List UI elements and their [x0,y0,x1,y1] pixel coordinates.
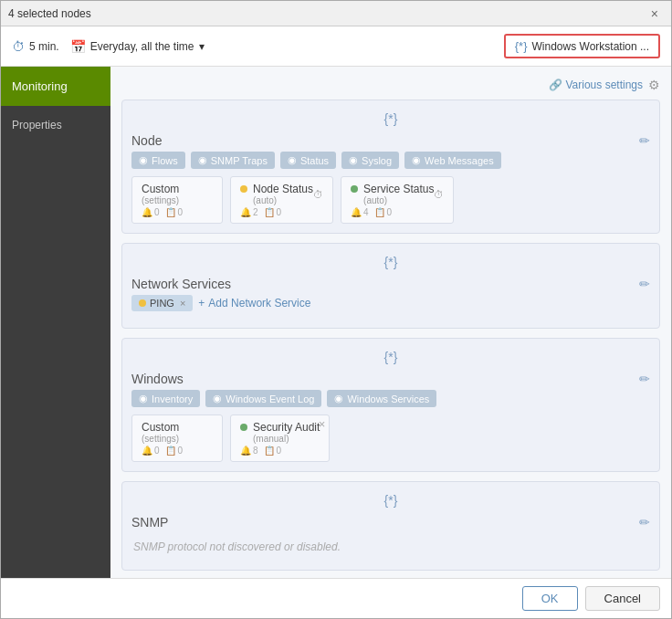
section-snmp: {*} SNMP ✏ SNMP protocol not discovered … [121,481,660,571]
tag-win-services-label: Windows Services [347,393,429,404]
tag-win-services[interactable]: ◉ Windows Services [327,390,436,407]
tag-event-log-label: Windows Event Log [226,393,314,404]
section-snmp-icon: {*} [384,493,398,508]
service-status-box[interactable]: Service Status (auto) ⏱ 🔔 4 [341,176,454,224]
tag-syslog-icon: ◉ [349,154,358,166]
section-snmp-edit-button[interactable]: ✏ [639,515,650,530]
tag-status-label: Status [300,155,329,166]
tag-inventory-label: Inventory [152,393,193,404]
service-status-title: Service Status [363,183,434,195]
content-area: 🔗 Various settings ⚙ {*} Node ✏ ◉ Flows [110,67,671,578]
node-custom-counters: 🔔 0 📋 0 [142,207,213,217]
sidebar: Monitoring Properties [1,67,110,578]
security-counter-list: 📋 0 [264,446,282,456]
sidebar-monitoring-label: Monitoring [12,79,68,93]
section-network-icon: {*} [384,255,398,269]
tag-status[interactable]: ◉ Status [280,152,336,169]
service-status-counters: 🔔 4 📋 0 [351,207,444,217]
node-custom-sub: (settings) [142,195,213,205]
section-windows-top: {*} [131,350,650,364]
section-node-header: Node ✏ [131,133,650,148]
tag-syslog[interactable]: ◉ Syslog [341,152,399,169]
section-windows-title: Windows [131,372,184,386]
tag-ping[interactable]: PING × [131,295,193,311]
ping-close-icon[interactable]: × [180,298,185,309]
section-network-top: {*} [131,255,650,269]
security-audit-dot-row: Security Audit (manual) [240,421,320,444]
schedule-label: Everyday, all the time [90,40,194,53]
bell-icon5: 🔔 [240,446,251,456]
node-status-timing-icon: ⏱ [313,189,323,200]
close-button[interactable]: × [646,5,664,23]
bell-icon2: 🔔 [240,207,251,217]
schedule-dropdown-icon: ▾ [199,40,205,53]
tag-web-messages[interactable]: ◉ Web Messages [404,152,501,169]
tag-syslog-label: Syslog [362,155,392,166]
section-network-header: Network Services ✏ [131,277,650,291]
node-status-box[interactable]: Node Status (auto) ⏱ 🔔 2 [230,176,333,224]
footer: OK Cancel [1,578,671,618]
tag-flows-label: Flows [152,155,178,166]
section-node-edit-button[interactable]: ✏ [639,133,650,148]
ok-button[interactable]: OK [522,586,578,611]
tag-event-log[interactable]: ◉ Windows Event Log [205,390,321,407]
various-settings-link[interactable]: 🔗 Various settings [549,79,644,91]
section-snmp-top: {*} [131,493,650,508]
timer-icon: ⏱ [12,39,25,54]
sidebar-item-monitoring[interactable]: Monitoring [1,67,110,106]
service-status-header: Service Status (auto) ⏱ [351,183,444,205]
security-audit-dot [240,424,247,431]
section-windows: {*} Windows ✏ ◉ Inventory ◉ Windows Even… [121,338,660,472]
tag-web-label: Web Messages [425,155,494,166]
various-settings-label: Various settings [566,79,644,91]
windows-custom-title: Custom [142,421,213,434]
timer-item[interactable]: ⏱ 5 min. [12,39,59,54]
node-custom-box[interactable]: Custom (settings) 🔔 0 📋 0 [131,176,223,224]
cancel-button[interactable]: Cancel [585,586,660,611]
windows-custom-box[interactable]: Custom (settings) 🔔 0 📋 0 [131,414,223,462]
windows-custom-counters: 🔔 0 📋 0 [142,446,213,456]
bell-icon: 🔔 [142,207,152,217]
win-custom-counter-bell: 🔔 0 [142,446,160,456]
section-windows-header: Windows ✏ [131,372,650,386]
service-status-sub: (auto) [363,195,434,205]
toolbar: ⏱ 5 min. 📅 Everyday, all the time ▾ {*} … [1,26,671,67]
win-custom-counter-list: 📋 0 [165,446,184,456]
tag-snmp-traps[interactable]: ◉ SNMP Traps [191,152,275,169]
tag-inventory-icon: ◉ [139,393,148,404]
code-icon: {*} [515,39,528,53]
section-snmp-title: SNMP [131,515,168,530]
node-custom-title: Custom [142,183,213,195]
section-network-edit-button[interactable]: ✏ [639,277,650,291]
tag-flows[interactable]: ◉ Flows [131,152,185,169]
windows-custom-sub: (settings) [142,434,213,444]
snmp-disabled-text: SNMP protocol not discovered or disabled… [131,533,650,561]
section-snmp-header: SNMP ✏ [131,515,650,530]
list-icon3: 📋 [374,207,385,217]
service-status-dot [351,185,358,193]
schedule-item[interactable]: 📅 Everyday, all the time ▾ [70,39,205,54]
windows-workstation-button[interactable]: {*} Windows Workstation ... [504,34,660,58]
tag-inventory[interactable]: ◉ Inventory [131,390,200,407]
tag-snmp-label: SNMP Traps [211,155,268,166]
sidebar-item-properties[interactable]: Properties [1,106,110,144]
security-audit-box[interactable]: × Security Audit (manual) 🔔 8 [230,414,330,462]
bell-icon4: 🔔 [142,446,152,456]
section-node-title: Node [131,133,162,148]
security-audit-title: Security Audit [253,421,320,434]
windows-workstation-label: Windows Workstation ... [532,40,649,53]
security-counter-bell: 🔔 8 [240,446,258,456]
main-content: Monitoring Properties 🔗 Various settings… [1,67,671,578]
section-network-title: Network Services [131,277,231,291]
section-node: {*} Node ✏ ◉ Flows ◉ SNMP Traps [121,100,660,234]
add-network-service-button[interactable]: + Add Network Service [198,295,310,311]
service-status-title-wrap: Service Status (auto) [363,183,434,205]
tag-status-icon: ◉ [288,154,297,166]
section-windows-edit-button[interactable]: ✏ [639,372,650,386]
node-custom-counter-list: 📋 0 [165,207,184,217]
settings-gear-icon[interactable]: ⚙ [648,78,660,92]
list-icon5: 📋 [264,446,275,456]
tag-win-services-icon: ◉ [334,393,343,404]
section-node-items: Custom (settings) 🔔 0 📋 0 [131,176,650,224]
security-audit-delete-button[interactable]: × [319,417,326,431]
